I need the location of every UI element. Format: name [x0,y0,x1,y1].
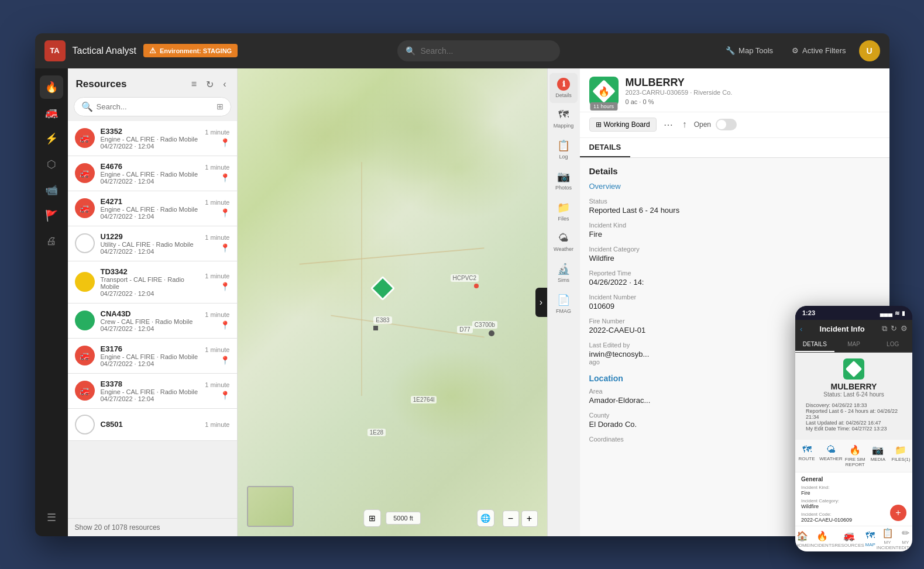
mobile-nav-my-incident[interactable]: 📋 MY INCIDENT [877,527,889,536]
zoom-in-button[interactable]: + [521,511,538,527]
list-item[interactable]: 🚒 E3352 Engine - CAL FIRE · Radio Mobile… [68,121,237,156]
sidebar-item-weather[interactable]: 🌤 Weather [549,227,578,257]
nav-icon-fire[interactable]: 🔥 [40,75,63,99]
sidebar-item-files[interactable]: 📁 Files [549,196,578,226]
incident-header: 🔥 11 hours MULBERRY 2023-CARRU-030659 · … [580,68,889,112]
sidebar-item-fmag[interactable]: 📄 FMAG [549,289,578,319]
weather-label: Weather [554,246,573,252]
list-item[interactable]: TD3342 Transport - CAL FIRE · Radio Mobi… [68,261,237,304]
mobile-action-route[interactable]: 🗺 ROUTE [795,440,818,472]
resource-detail: Engine - CAL FIRE · Radio Mobile [101,171,200,178]
list-item[interactable]: 🚒 E3176 Engine - CAL FIRE · Radio Mobile… [68,339,237,374]
resources-footer: Show 20 of 1078 resources [68,518,237,536]
list-item[interactable]: 🚒 E4271 Engine - CAL FIRE · Radio Mobile… [68,191,237,226]
pin-icon: 📍 [220,356,230,365]
map-label-d77: D77 [457,326,472,333]
sort-button[interactable]: ≡ [189,77,199,92]
resource-time: 1 minute [205,273,229,280]
resource-id: E3352 [101,127,200,136]
list-item[interactable]: C8501 1 minute [68,409,237,441]
nav-collapse-button[interactable]: ☰ [40,506,63,529]
list-item[interactable]: CNA43D Crew - CAL FIRE · Radio Mobile 04… [68,304,237,339]
resource-icon: 🚒 [75,198,95,218]
resource-list: 🚒 E3352 Engine - CAL FIRE · Radio Mobile… [68,121,237,518]
resource-info: E4271 Engine - CAL FIRE · Radio Mobile 0… [101,197,200,220]
mobile-nav-map[interactable]: 🗺 MAP [864,530,877,536]
resource-id: E3378 [101,380,200,388]
sidebar-item-sims[interactable]: 🔬 Sims [549,258,578,288]
resources-mobile-icon: 🚒 [843,530,855,536]
list-item[interactable]: 🚒 E3378 Engine - CAL FIRE · Radio Mobile… [68,374,237,409]
media-icon: 📷 [868,444,888,456]
mobile-tab-map[interactable]: MAP [834,337,874,352]
open-button[interactable]: Open [694,120,711,129]
sidebar-item-log[interactable]: 📋 Log [549,135,578,164]
mobile-action-firesim[interactable]: 🔥 FIRE SIM REPORT [844,440,867,472]
reported-time-label: Reported Time [589,270,880,277]
home-icon: 🏠 [796,530,808,536]
mobile-nav-incidents[interactable]: 🔥 INCIDENTS [809,530,834,536]
resources-filter-icon[interactable]: ⊞ [217,102,224,111]
list-item[interactable]: 🚒 E4676 Engine - CAL FIRE · Radio Mobile… [68,156,237,191]
nav-icon-flag[interactable]: 🚩 [40,204,63,227]
sidebar-item-details[interactable]: ℹ Details [549,73,578,103]
nav-icon-print[interactable]: 🖨 [40,230,63,253]
map-dot-e383 [373,326,378,330]
share-button[interactable]: ↑ [680,117,689,132]
resource-icon [75,415,95,434]
mobile-content: MULBERRY Status: Last 6-24 hours Discove… [795,353,889,526]
pin-icon: 📍 [220,243,230,253]
fire-marker [374,280,391,297]
resource-date: 04/27/2022 · 12:04 [101,325,200,332]
mobile-copy-icon[interactable]: ⧉ [882,324,887,333]
resource-info: CNA43D Crew - CAL FIRE · Radio Mobile 04… [101,309,200,332]
resource-time: 1 minute [205,129,229,136]
user-avatar[interactable]: U [859,40,880,61]
mobile-nav-home[interactable]: 🏠 HOME [795,530,809,536]
mobile-nav-resources[interactable]: 🚒 RESOURCES [834,530,864,536]
active-filters-button[interactable]: ⚙ Active Filters [786,43,851,58]
mobile-status-bar: 1:23 ▄▄▄ ≋ ▮ [795,306,889,320]
toggle-switch[interactable] [716,119,737,130]
map-area[interactable]: E383 HCPVC2 C3700b 1E2764l 1E28 D77 [238,68,547,536]
resource-time: 1 minute [205,421,229,428]
map-collapse-arrow[interactable]: › [535,288,547,317]
mobile-back-button[interactable]: ‹ [800,325,802,333]
more-options-button[interactable]: ⋯ [661,117,675,133]
list-item[interactable]: U1229 Utility - CAL FIRE · Radio Mobile … [68,226,237,261]
mobile-general-header: General [801,476,889,482]
sidebar-item-mapping[interactable]: 🗺 Mapping [549,104,578,133]
nav-icon-resources[interactable]: 🚒 [40,101,63,125]
mapping-icon: 🗺 [558,109,569,121]
map-globe-button[interactable]: 🌐 [477,509,494,527]
resource-date: 04/27/2022 · 12:04 [101,360,200,367]
resource-date: 04/27/2022 · 12:04 [101,143,200,150]
zoom-out-button[interactable]: − [503,511,519,527]
nav-icon-ops[interactable]: ⚡ [40,127,63,150]
working-board-button[interactable]: ⊞ Working Board [589,118,657,132]
collapse-panel-button[interactable]: ‹ [221,77,228,92]
search-input[interactable] [420,46,551,56]
mobile-tab-details[interactable]: DETAILS [795,337,834,352]
pin-icon: 📍 [220,208,230,218]
mobile-action-media[interactable]: 📷 MEDIA [867,440,889,472]
incident-actions: ⊞ Working Board ⋯ ↑ Open [580,112,889,138]
mobile-action-weather[interactable]: 🌤 WEATHER [818,440,843,472]
refresh-button[interactable]: ↻ [204,77,216,92]
map-tools-button[interactable]: 🔧 Map Tools [720,43,779,58]
resource-id: CNA43D [101,309,200,318]
sidebar-item-photos[interactable]: 📷 Photos [549,165,578,195]
tab-details[interactable]: DETAILS [580,138,631,157]
incident-fire-icon: 🔥 [592,80,616,103]
resource-detail: Crew - CAL FIRE · Radio Mobile [101,318,200,325]
overview-link[interactable]: Overview [589,182,880,191]
resources-search-input[interactable] [97,102,213,111]
incident-icon-box: 🔥 11 hours [589,77,619,106]
nav-icon-video[interactable]: 📹 [40,178,63,202]
map-grid-button[interactable]: ⊞ [363,509,381,527]
nav-icon-layers[interactable]: ⬡ [40,153,63,176]
app-title: Tactical Analyst [73,46,136,56]
mobile-tab-log[interactable]: LOG [873,337,889,352]
resource-id: E4271 [101,197,200,206]
map-mobile-icon: 🗺 [865,530,875,536]
